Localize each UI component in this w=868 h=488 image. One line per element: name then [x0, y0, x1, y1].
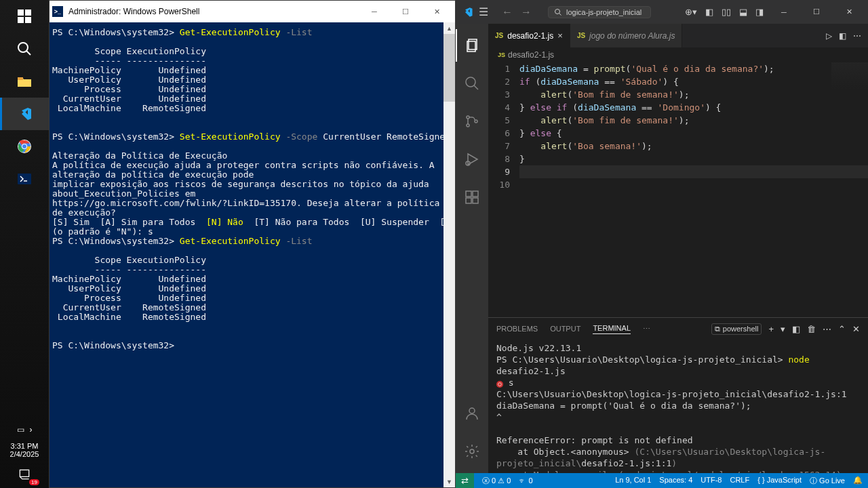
svg-rect-11	[18, 174, 31, 184]
scroll-down-arrow[interactable]: ▼	[443, 476, 455, 487]
code-content: diaDaSemana = prompt('Qual é o dia da se…	[519, 62, 868, 317]
clock[interactable]: 3:31 PM 2/4/2025	[0, 439, 49, 461]
vs-close-button[interactable]: ✕	[835, 0, 863, 24]
layout-1-icon[interactable]: ◧	[704, 7, 715, 17]
layout-4-icon[interactable]: ◨	[754, 7, 765, 17]
vs-maximize-button[interactable]: ☐	[803, 0, 830, 24]
close-panel-button[interactable]: ✕	[852, 324, 860, 334]
vscode-icon	[461, 6, 473, 18]
terminal-selector[interactable]: ⧉ powershell	[711, 323, 762, 335]
kill-terminal-button[interactable]: 🗑	[807, 324, 816, 334]
tab-jogo[interactable]: JS jogo do número Alura.js	[570, 24, 683, 47]
panel: PROBLEMS OUTPUT TERMINAL ⋯ ⧉ powershell …	[488, 317, 868, 473]
error-icon: ◯	[496, 381, 503, 388]
tab-label: jogo do número Alura.js	[589, 31, 675, 41]
windows-taskbar: ▭› 3:31 PM 2/4/2025 19	[0, 0, 49, 488]
show-hidden-icons[interactable]: ▭›	[0, 420, 49, 439]
svg-rect-3	[25, 17, 31, 23]
search-view-button[interactable]	[456, 67, 488, 100]
svg-line-5	[26, 51, 31, 55]
go-live-button[interactable]: ⓘ Go Live	[810, 476, 845, 486]
svg-point-19	[467, 116, 469, 119]
source-control-button[interactable]	[456, 105, 488, 138]
tab-desafio2[interactable]: JS desafio2-1.js ×	[488, 24, 570, 47]
code-editor[interactable]: 12345678910 diaDaSemana = prompt('Qual é…	[488, 62, 868, 317]
powershell-titlebar[interactable]: >_ Administrador: Windows PowerShell ─ ☐…	[50, 1, 455, 22]
minimize-button[interactable]: ─	[359, 1, 390, 22]
encoding[interactable]: UTF-8	[701, 476, 722, 486]
scrollbar[interactable]: ▲ ▼	[443, 22, 455, 487]
chrome-task-button[interactable]	[0, 130, 49, 163]
menu-button[interactable]: ☰	[479, 5, 488, 18]
split-terminal-button[interactable]: ◧	[792, 324, 800, 334]
svg-rect-2	[18, 17, 24, 23]
nav-forward-button[interactable]: →	[518, 6, 534, 18]
split-editor-button[interactable]: ◧	[839, 31, 846, 41]
output-tab[interactable]: OUTPUT	[550, 325, 580, 333]
eol[interactable]: CRLF	[730, 476, 749, 486]
powershell-title: Administrador: Windows PowerShell	[68, 7, 359, 16]
js-icon: JS	[498, 52, 505, 58]
svg-point-10	[22, 144, 26, 148]
notifications-button[interactable]: 19	[0, 461, 49, 488]
svg-point-27	[469, 408, 475, 413]
breadcrumb[interactable]: JS desafio2-1.js	[488, 47, 868, 62]
search-button[interactable]	[0, 33, 49, 65]
activity-bar	[456, 24, 488, 473]
vs-minimize-button[interactable]: ─	[770, 0, 797, 24]
start-button[interactable]	[0, 0, 49, 33]
scroll-up-arrow[interactable]: ▲	[443, 22, 455, 34]
terminal-tab[interactable]: TERMINAL	[593, 324, 631, 334]
close-button[interactable]: ✕	[421, 1, 452, 22]
indentation[interactable]: Spaces: 4	[659, 476, 692, 486]
more-actions-button[interactable]: ⋯	[853, 31, 861, 41]
cursor-position[interactable]: Ln 9, Col 1	[615, 476, 651, 486]
run-button[interactable]: ▷	[826, 31, 832, 41]
explorer-button[interactable]	[456, 29, 488, 62]
search-icon	[554, 8, 562, 16]
nav-back-button[interactable]: ←	[499, 6, 515, 18]
powershell-terminal[interactable]: PS C:\Windows\system32> Get-ExecutionPol…	[50, 22, 455, 487]
svg-rect-24	[466, 198, 471, 203]
svg-rect-1	[25, 9, 31, 16]
language-mode[interactable]: { } JavaScript	[757, 476, 802, 486]
file-explorer-button[interactable]	[0, 65, 49, 98]
settings-button[interactable]	[456, 435, 488, 468]
remote-button[interactable]: ⇄	[456, 473, 474, 488]
svg-point-13	[555, 9, 560, 14]
port-button[interactable]: ᯤ 0	[519, 476, 532, 485]
maximize-button[interactable]: ☐	[390, 1, 421, 22]
new-terminal-button[interactable]: +	[768, 324, 774, 334]
editor-tabs: JS desafio2-1.js × JS jogo do número Alu…	[488, 24, 868, 47]
terminal-dropdown-button[interactable]: ▾	[781, 324, 785, 334]
vscode-task-button[interactable]	[0, 98, 49, 130]
copilot-button[interactable]: ⊕▾	[684, 7, 698, 17]
date-text: 2/4/2025	[1, 450, 47, 458]
shell-name: powershell	[723, 325, 759, 333]
errors-button[interactable]: ⓧ 0 ⚠ 0	[482, 476, 511, 486]
svg-point-4	[18, 43, 28, 52]
accounts-button[interactable]	[456, 397, 488, 430]
problems-tab[interactable]: PROBLEMS	[496, 325, 538, 333]
panel-more-button[interactable]: ⋯	[823, 324, 831, 334]
minimap[interactable]	[831, 62, 868, 89]
layout-3-icon[interactable]: ⬓	[738, 7, 749, 17]
svg-point-17	[466, 77, 475, 87]
close-tab-button[interactable]: ×	[557, 30, 563, 41]
run-debug-button[interactable]	[456, 143, 488, 176]
maximize-panel-button[interactable]: ⌃	[838, 324, 846, 334]
scroll-thumb[interactable]	[443, 34, 455, 102]
powershell-task-button[interactable]	[0, 163, 49, 195]
js-icon: JS	[577, 32, 585, 39]
svg-line-18	[474, 85, 478, 89]
command-center[interactable]: logica-js-projeto_inicial	[548, 6, 651, 18]
panel-more-button[interactable]: ⋯	[643, 325, 650, 333]
vscode-window: ☰ ← → logica-js-projeto_inicial ⊕▾ ◧ ▯▯ …	[456, 0, 868, 488]
layout-2-icon[interactable]: ▯▯	[720, 7, 732, 17]
integrated-terminal[interactable]: Node.js v22.13.1 PS C:\Users\Usuario\Des…	[488, 340, 868, 473]
line-numbers: 12345678910	[488, 62, 519, 317]
svg-rect-6	[18, 77, 23, 80]
vscode-titlebar[interactable]: ☰ ← → logica-js-projeto_inicial ⊕▾ ◧ ▯▯ …	[456, 0, 868, 24]
extensions-button[interactable]	[456, 181, 488, 214]
notifications-icon[interactable]: 🔔	[853, 476, 863, 486]
